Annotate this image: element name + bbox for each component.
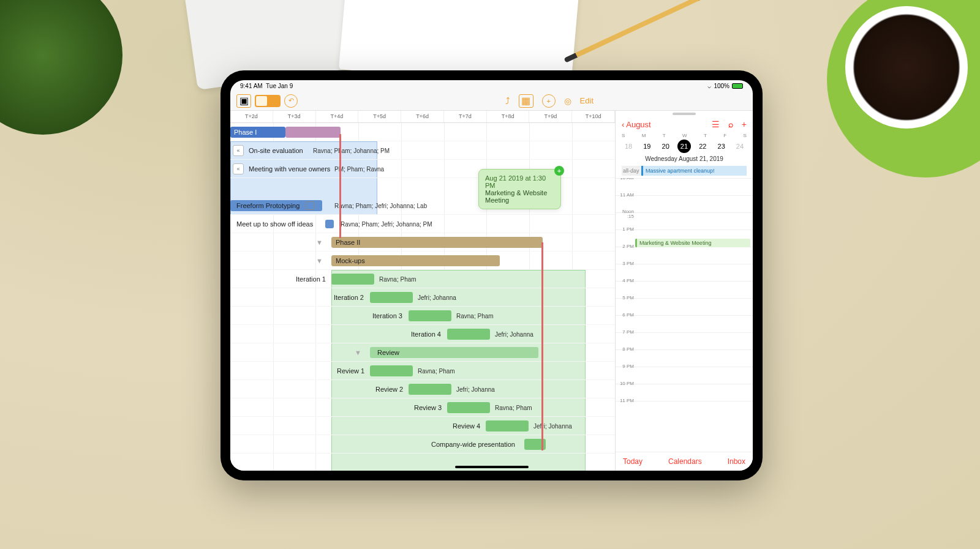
dragged-event-card[interactable]: + Aug 21 2019 at 1:30 PM Marketing & Web… <box>478 169 561 209</box>
venue-label: Meeting with venue owners <box>249 165 330 173</box>
timeline-col: T+6d <box>401 111 444 122</box>
timeline-col: T+10d <box>572 111 615 122</box>
inspector-button[interactable]: ▦ <box>519 94 533 108</box>
dependency-line <box>339 134 341 238</box>
folder-button[interactable]: ▣ <box>236 94 251 108</box>
iter2-assignees: Jefri; Johanna <box>418 294 456 301</box>
iter4-bar[interactable] <box>447 329 490 340</box>
rev4-label: Review 4 <box>453 422 480 430</box>
weekday-labels: SMTWTFS <box>622 133 747 138</box>
rev3-bar[interactable] <box>447 402 490 413</box>
battery-percent: 100% <box>714 83 729 89</box>
collapse-button[interactable]: « <box>233 145 244 156</box>
iter3-label: Iteration 3 <box>372 312 402 319</box>
rev2-assignees: Jefri; Johanna <box>456 386 495 392</box>
iter1-bar[interactable] <box>331 274 374 285</box>
meetup-milestone[interactable] <box>325 220 334 228</box>
freeform-label: Freeform Prototyping <box>236 202 300 209</box>
timeline-col: T+9d <box>529 111 572 122</box>
view-segmented-control[interactable] <box>255 95 281 107</box>
review-label: Review <box>377 349 399 356</box>
search-icon[interactable]: ⌕ <box>728 119 733 129</box>
home-indicator[interactable] <box>455 466 529 468</box>
rev4-assignees: Jefri; Johanna <box>533 422 572 429</box>
iter3-bar[interactable] <box>409 310 451 321</box>
iter1-assignees: Ravna; Pham <box>379 275 417 282</box>
ipad-frame: 9:41 AM Tue Jan 9 ⌵ 100% ▣ ↶ ⤴ ▦ + ◎ Edi… <box>221 70 763 480</box>
ipad-screen: 9:41 AM Tue Jan 9 ⌵ 100% ▣ ↶ ⤴ ▦ + ◎ Edi… <box>230 80 753 471</box>
collapse-button[interactable]: « <box>233 163 244 174</box>
calendar-footer: Today Calendars Inbox <box>616 452 753 471</box>
rev3-label: Review 3 <box>414 404 442 411</box>
wifi-icon: ⌵ <box>707 83 711 89</box>
allday-event[interactable]: Massive apartment cleanup! <box>641 166 747 176</box>
rev1-bar[interactable] <box>370 365 413 376</box>
rev1-assignees: Ravna; Pham <box>418 367 455 374</box>
iter4-label: Iteration 4 <box>411 331 441 338</box>
event-datetime: Aug 21 2019 at 1:30 PM <box>485 174 554 189</box>
allday-row: all-day Massive apartment cleanup! <box>622 166 747 176</box>
chevron-down-icon[interactable]: ▼ <box>355 349 361 356</box>
chevron-down-icon[interactable]: ▼ <box>316 257 323 264</box>
view-options-icon[interactable]: ◎ <box>564 96 571 106</box>
calendar-hours[interactable]: 10 AM 11 AM Noon:15 1 PM 2 PM Marketing … <box>616 178 753 452</box>
event-title: Marketing & Website Meeting <box>485 189 554 204</box>
phase2-label: Phase II <box>336 239 360 246</box>
add-event-icon[interactable]: + <box>742 119 747 129</box>
venue-assignees: PM; Pham; Ravna <box>334 165 384 172</box>
share-icon[interactable]: ⤴ <box>505 95 510 106</box>
coffee-cup-prop <box>845 6 968 129</box>
gantt-body[interactable]: Phase I « On-site evaluation Ravna; Pham… <box>230 123 615 471</box>
calendars-button[interactable]: Calendars <box>668 457 702 466</box>
edit-button[interactable]: Edit <box>580 96 594 105</box>
iter2-bar[interactable] <box>370 292 413 303</box>
app-toolbar: ▣ ↶ ⤴ ▦ + ◎ Edit <box>230 91 753 111</box>
status-bar: 9:41 AM Tue Jan 9 ⌵ 100% <box>230 80 753 91</box>
undo-button[interactable]: ↶ <box>284 94 298 108</box>
inbox-button[interactable]: Inbox <box>728 457 745 466</box>
meetup-assignees: Ravna; Pham; Jefri; Johanna; PM <box>341 220 432 227</box>
gantt-chart[interactable]: T+2d T+3d T+4d T+5d T+6d T+7d T+8d T+9d … <box>230 111 615 471</box>
timeline-col: T+7d <box>444 111 487 122</box>
freeform-assignees: Ravna; Pham; Jefri; Johanna; Lab <box>334 202 427 209</box>
dependency-line <box>541 242 543 450</box>
timeline-col: T+4d <box>316 111 359 122</box>
timeline-col: T+3d <box>273 111 316 122</box>
calendar-panel: ‹ August ☰ ⌕ + SMTWTFS 18 19 20 <box>615 111 753 471</box>
iter2-label: Iteration 2 <box>334 294 364 301</box>
phase1-bar-ext[interactable] <box>285 127 341 138</box>
notes-icon[interactable] <box>306 201 314 210</box>
today-button[interactable]: Today <box>623 457 643 466</box>
rev4-bar[interactable] <box>486 420 529 431</box>
rev2-label: Review 2 <box>375 386 403 393</box>
timeline-col: T+2d <box>230 111 273 122</box>
main-area: T+2d T+3d T+4d T+5d T+6d T+7d T+8d T+9d … <box>230 111 753 471</box>
calendar-back-button[interactable]: ‹ August <box>622 120 651 129</box>
meetup-label: Meet up to show off ideas <box>236 220 313 228</box>
add-task-button[interactable]: + <box>542 94 556 108</box>
company-label: Company-wide presentation <box>431 441 515 448</box>
rev3-assignees: Ravna; Pham <box>495 404 532 411</box>
plus-badge-icon: + <box>554 166 564 176</box>
mockups-label: Mock-ups <box>336 257 365 264</box>
status-date: Tue Jan 9 <box>266 83 293 89</box>
panel-grabber[interactable] <box>673 113 696 115</box>
timeline-header: T+2d T+3d T+4d T+5d T+6d T+7d T+8d T+9d … <box>230 111 615 123</box>
calendar-dates[interactable]: 18 19 20 21 22 23 24 <box>622 140 747 153</box>
iter4-assignees: Jefri; Johanna <box>495 331 533 337</box>
onsite-label: On-site evaluation <box>249 147 303 154</box>
onsite-assignees: Ravna; Pham; Johanna; PM <box>313 147 390 154</box>
timeline-col: T+5d <box>358 111 401 122</box>
list-view-icon[interactable]: ☰ <box>712 119 720 129</box>
phase2-bar[interactable] <box>331 237 543 248</box>
iter3-assignees: Ravna; Pham <box>456 312 494 319</box>
status-time: 9:41 AM <box>240 83 263 89</box>
rev2-bar[interactable] <box>409 384 451 395</box>
phase1-label: Phase I <box>234 129 257 136</box>
iter1-label: Iteration 1 <box>296 275 326 283</box>
chevron-down-icon[interactable]: ▼ <box>316 239 323 246</box>
timeline-col: T+8d <box>487 111 530 122</box>
allday-label: all-day <box>622 166 641 176</box>
battery-icon <box>732 83 743 89</box>
calendar-event[interactable]: Marketing & Website Meeting <box>635 239 750 247</box>
